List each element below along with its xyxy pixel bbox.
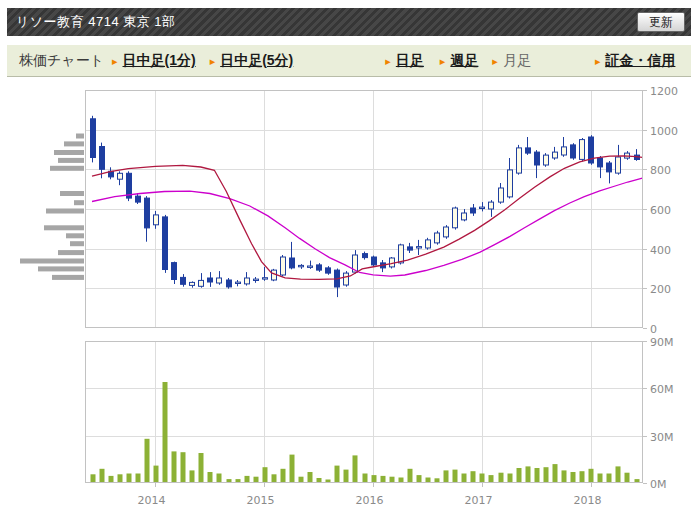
volume-bar	[489, 475, 494, 483]
candle-body-up	[553, 152, 558, 158]
tab-daily-label[interactable]: 日足	[396, 52, 424, 68]
price-histogram-bar	[38, 266, 84, 271]
candle-body-down	[181, 277, 186, 284]
candle-body-up	[580, 140, 585, 160]
candle-body-up	[118, 173, 123, 179]
volume-bar	[163, 382, 168, 483]
candlestick	[163, 215, 168, 273]
tab-weekly-label[interactable]: 週足	[450, 52, 478, 68]
price-axis-label: 800	[650, 164, 671, 177]
candle-body-up	[390, 258, 395, 267]
axis-labels: 12001000800600400200090M60M30M0M20142015…	[138, 85, 679, 508]
price-histogram-bar	[50, 166, 84, 171]
volume-bar	[353, 455, 358, 483]
volume-bar	[453, 470, 458, 483]
ma-short-line	[92, 156, 642, 280]
price-axis-label: 1000	[650, 125, 678, 138]
volume-bar	[154, 466, 159, 483]
candle-body-down	[471, 208, 476, 213]
candle-body-down	[172, 263, 177, 280]
tab-arrow-icon: ▸	[440, 55, 446, 67]
stock-title: リソー教育 4714 東京 1部	[16, 13, 637, 31]
tab-intraday-5min-label[interactable]: 日中足(5分)	[220, 52, 293, 68]
candlestick	[326, 266, 331, 275]
candlestick	[489, 200, 494, 217]
candlestick	[372, 256, 377, 267]
volume-bar	[181, 452, 186, 483]
volume-bar	[208, 472, 213, 483]
candle-body-up	[417, 247, 422, 248]
volume-bar	[616, 466, 621, 483]
candlestick	[317, 263, 322, 272]
volume-bar	[100, 469, 105, 483]
tab-margin-credit-label[interactable]: 証金・信用	[605, 52, 675, 68]
price-histogram-bar	[64, 141, 84, 146]
volume-bar	[499, 473, 504, 483]
tab-intraday-5min[interactable]: ▸日中足(5分)	[210, 52, 294, 70]
candlestick	[562, 137, 567, 157]
candle-body-up	[308, 266, 313, 267]
tab-weekly[interactable]: ▸週足	[440, 52, 479, 70]
price-histogram-bar	[58, 158, 84, 163]
candlestick	[408, 243, 413, 253]
volume-pane-border	[86, 342, 643, 483]
volume-bar	[471, 471, 476, 483]
price-axis-label: 0	[650, 323, 657, 336]
tab-margin-credit[interactable]: ▸証金・信用	[595, 52, 676, 70]
candlesticks	[91, 116, 640, 297]
price-axis-label: 1200	[650, 85, 678, 98]
volume-bar	[118, 474, 123, 483]
price-histogram-bar	[60, 191, 84, 196]
candle-body-up	[236, 282, 241, 283]
candlestick	[227, 278, 232, 289]
candlestick	[136, 193, 141, 204]
candlestick	[308, 261, 313, 269]
volume-bar	[281, 469, 286, 483]
candlestick	[453, 207, 458, 230]
candle-body-down	[571, 145, 576, 158]
tab-monthly: ▸月足	[492, 52, 531, 70]
candlestick	[499, 183, 504, 204]
candlestick	[245, 272, 250, 286]
volume-bar	[508, 474, 513, 484]
volume-by-price-histogram	[20, 134, 84, 280]
candlestick	[145, 196, 150, 242]
tab-intraday-1min-label[interactable]: 日中足(1分)	[123, 52, 196, 68]
year-axis-label: 2016	[356, 494, 384, 507]
candle-body-up	[190, 282, 195, 285]
candle-body-down	[290, 258, 295, 268]
candle-body-down	[535, 152, 540, 165]
candlestick	[616, 145, 621, 175]
price-histogram-bar	[44, 225, 84, 230]
candlestick	[471, 204, 476, 216]
candlestick	[154, 211, 159, 229]
candlestick	[517, 145, 522, 175]
candlestick	[444, 225, 449, 239]
candle-body-down	[227, 280, 232, 287]
volume-bar	[335, 466, 340, 483]
candle-body-up	[254, 279, 259, 280]
volume-bar	[462, 474, 467, 484]
candle-body-up	[453, 208, 458, 228]
candle-body-up	[544, 155, 549, 165]
candle-body-up	[499, 188, 504, 202]
volume-bar	[417, 475, 422, 483]
candlestick	[508, 158, 513, 199]
price-gridlines	[85, 131, 643, 437]
candle-body-up	[562, 147, 567, 155]
price-axis-label: 600	[650, 204, 671, 217]
candlestick	[607, 161, 612, 183]
volume-bar	[517, 468, 522, 483]
refresh-button[interactable]: 更新	[637, 12, 685, 32]
candlestick	[580, 138, 585, 161]
tab-intraday-1min[interactable]: ▸日中足(1分)	[112, 52, 196, 70]
candlestick	[91, 116, 96, 163]
year-axis-label: 2014	[138, 494, 166, 507]
candle-body-down	[326, 268, 331, 273]
candlestick	[553, 147, 558, 160]
volume-bar	[190, 470, 195, 483]
year-axis-label: 2018	[574, 494, 602, 507]
candle-body-up	[263, 278, 268, 279]
volume-bar	[535, 468, 540, 483]
tab-daily[interactable]: ▸日足	[385, 52, 424, 70]
